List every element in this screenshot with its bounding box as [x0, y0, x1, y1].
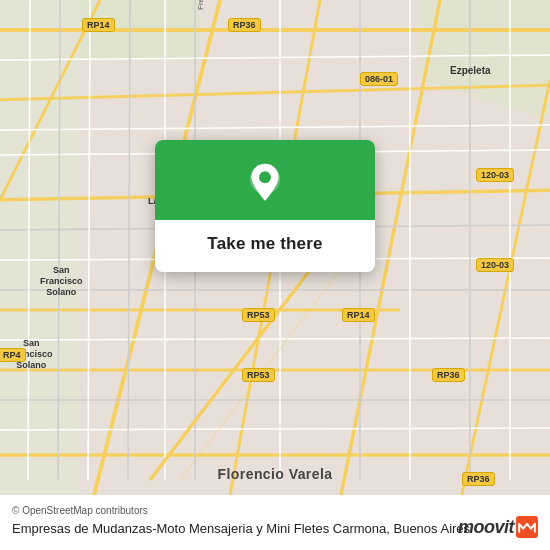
svg-point-39 — [259, 171, 271, 183]
road-label-freitas: Freitas — [196, 0, 205, 10]
location-pin-icon — [243, 162, 287, 206]
popup-card: Take me there — [155, 140, 375, 272]
popup-top — [155, 140, 375, 220]
take-me-there-button[interactable]: Take me there — [199, 230, 330, 258]
osm-text: © OpenStreetMap contributors — [12, 505, 148, 516]
moovit-icon — [516, 516, 538, 538]
svg-rect-1 — [0, 0, 80, 550]
moovit-label: moovit — [458, 517, 514, 538]
popup-button-row[interactable]: Take me there — [155, 220, 375, 272]
map-container: Ezpeleta La V... SanFranciscoSolano SanF… — [0, 0, 550, 550]
map-background — [0, 0, 550, 550]
moovit-logo: moovit — [458, 516, 538, 538]
osm-attribution: © OpenStreetMap contributors — [12, 505, 538, 516]
